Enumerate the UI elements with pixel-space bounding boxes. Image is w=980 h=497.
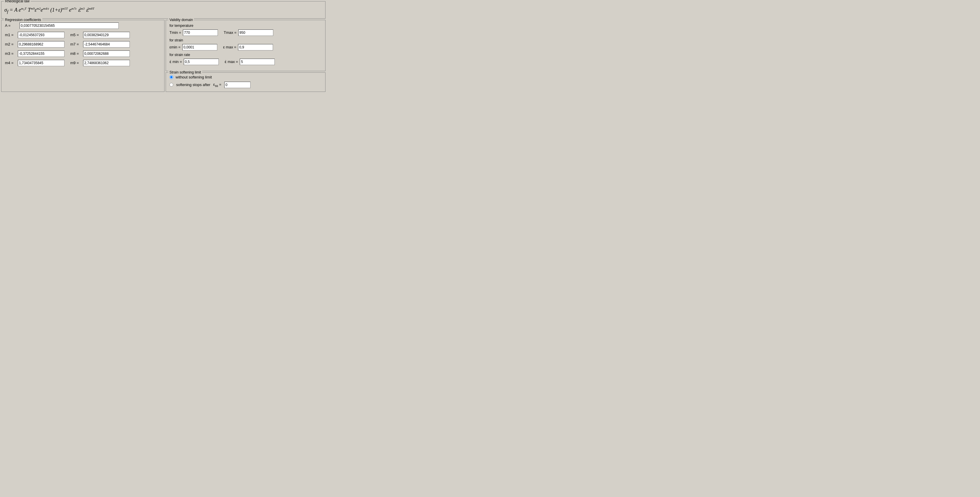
m8-item: m8 =	[70, 51, 130, 57]
a-coefficient-row: A =	[5, 22, 161, 29]
regression-section: Regression coefficients A = m1 = m5 =	[1, 20, 164, 92]
m7-input[interactable]	[83, 41, 130, 48]
coeff-pair-2: m3 = m8 =	[5, 51, 161, 57]
edot-max-input[interactable]	[240, 59, 275, 65]
emax-label: ε max =	[223, 45, 236, 49]
m3-item: m3 =	[5, 51, 64, 57]
softening-stops-row: softening stops after εss =	[169, 82, 322, 88]
outer-container: Rheological law σf = A em1T Tm9εm2em4/ε …	[0, 0, 327, 93]
m7-label: m7 =	[70, 42, 82, 46]
without-softening-label: without softening limit	[176, 75, 212, 79]
strain-softening-section: Strain softening limit without softening…	[165, 72, 326, 92]
m7-item: m7 =	[70, 41, 130, 48]
ess-label: εss =	[213, 82, 221, 88]
m1-item: m1 =	[5, 32, 64, 38]
temperature-label: for temperature	[169, 24, 322, 28]
formula-display: σf = A em1T Tm9εm2em4/ε (1+ε)m5T em7ε ε̇…	[5, 6, 322, 16]
m1-label: m1 =	[5, 33, 17, 37]
edot-min-input[interactable]	[184, 59, 219, 65]
without-softening-radio[interactable]	[169, 75, 173, 79]
edot-min-label: ε̇ min =	[169, 59, 182, 64]
strain-rate-label: for strain rate	[169, 53, 322, 57]
strain-rate-row: ε̇ min = ε̇ max =	[169, 59, 322, 65]
right-column: Validity domain for temperature Tmin = T…	[165, 20, 326, 92]
strain-softening-title: Strain softening limit	[168, 70, 202, 74]
edot-max-label: ε̇ max =	[224, 59, 238, 64]
coeff-pair-1: m2 = m7 =	[5, 41, 161, 48]
m9-input[interactable]	[83, 60, 130, 66]
m3-label: m3 =	[5, 51, 17, 56]
m8-label: m8 =	[70, 51, 82, 56]
m8-input[interactable]	[83, 51, 130, 57]
tmax-item: Tmax =	[224, 29, 273, 36]
m1-input[interactable]	[18, 32, 64, 38]
m2-label: m2 =	[5, 42, 17, 46]
main-columns: Regression coefficients A = m1 = m5 =	[1, 20, 326, 92]
tmin-item: Tmin =	[169, 29, 218, 36]
tmax-input[interactable]	[238, 29, 273, 36]
m5-input[interactable]	[83, 32, 130, 38]
m9-item: m9 =	[70, 60, 130, 66]
emin-label: εmin =	[169, 45, 181, 49]
temperature-row: Tmin = Tmax =	[169, 29, 322, 36]
coeff-pair-0: m1 = m5 =	[5, 32, 161, 38]
coeff-pair-3: m4 = m9 =	[5, 60, 161, 66]
validity-title: Validity domain	[168, 18, 194, 22]
m2-item: m2 =	[5, 41, 64, 48]
tmin-label: Tmin =	[169, 30, 181, 35]
emin-input[interactable]	[182, 44, 217, 51]
ess-input[interactable]	[224, 82, 251, 88]
strain-label: for strain	[169, 38, 322, 42]
edot-min-item: ε̇ min =	[169, 59, 219, 65]
rheological-section: Rheological law σf = A em1T Tm9εm2em4/ε …	[1, 1, 326, 19]
m4-input[interactable]	[18, 60, 64, 66]
m5-item: m5 =	[70, 32, 130, 38]
regression-title: Regression coefficients	[4, 18, 42, 22]
emax-item: ε max =	[223, 44, 273, 51]
m4-item: m4 =	[5, 60, 64, 66]
softening-stops-radio[interactable]	[169, 83, 173, 87]
emax-input[interactable]	[238, 44, 273, 51]
m2-input[interactable]	[18, 41, 64, 48]
validity-section: Validity domain for temperature Tmin = T…	[165, 20, 326, 71]
softening-stops-label: softening stops after	[176, 83, 210, 87]
a-label: A =	[5, 23, 19, 28]
formula-text: σf = A em1T Tm9εm2em4/ε (1+ε)m5T em7ε ε̇…	[5, 7, 94, 13]
radio-row-1: without softening limit	[169, 75, 322, 79]
tmax-label: Tmax =	[224, 30, 237, 35]
rheological-title: Rheological law	[4, 0, 30, 3]
m5-label: m5 =	[70, 33, 82, 37]
emin-item: εmin =	[169, 44, 217, 51]
m3-input[interactable]	[18, 51, 64, 57]
tmin-input[interactable]	[183, 29, 218, 36]
edot-max-item: ε̇ max =	[224, 59, 275, 65]
strain-row: εmin = ε max =	[169, 44, 322, 51]
a-input[interactable]	[19, 22, 119, 29]
m9-label: m9 =	[70, 61, 82, 65]
m4-label: m4 =	[5, 61, 17, 65]
